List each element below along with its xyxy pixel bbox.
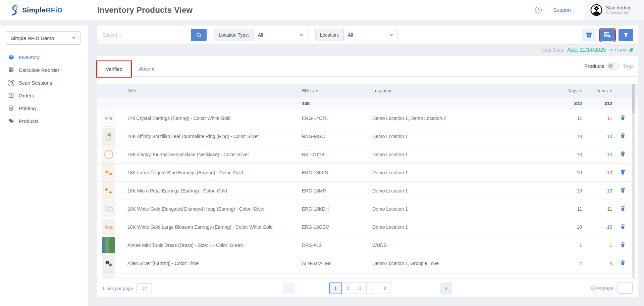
cell-sku: ALN-SLV-LME [302,261,372,266]
table-row[interactable]: Alien Silver (Earring) - Color: Lime ALN… [97,254,638,272]
scrollbar-thumb[interactable] [632,84,635,113]
table-row[interactable]: 14k Crystal Earrings (Earring) - Color: … [97,109,638,127]
tab-verified[interactable]: Verified [97,61,131,77]
delete-row-button[interactable] [620,259,626,267]
cell-items: 11 [582,206,612,212]
cell-tags: 11 [552,206,582,212]
search-input[interactable] [98,29,191,41]
user-name: Stan Andrus [606,5,631,10]
sidebar-item-label: Orders [19,93,34,98]
sidebar-item-orders[interactable]: $ Orders [0,89,88,102]
cell-locations: WUDS [372,243,552,248]
delete-row-button[interactable] [620,241,626,249]
product-thumbnail [102,146,115,163]
delete-row-button[interactable] [620,169,626,176]
table-scrollbar[interactable] [632,84,635,278]
cell-tags: 11 [552,116,582,121]
top-header: SimpleRFiD Inventory Products View ? Sup… [0,0,644,20]
location-type-value: All [258,32,263,38]
inventory-card: Verified Absent Products Tags Title SKUs… [97,56,638,297]
table-summary-row: 108 312 312 [97,98,638,109]
column-header-items[interactable]: Items [582,88,612,93]
table-row[interactable]: Aimee Mini Tunic Dress (Dress) - Size: L… [97,236,638,254]
location-value: All [348,32,353,38]
lines-per-page-input[interactable] [137,283,152,293]
delete-row-button[interactable] [620,187,626,194]
cell-items: 10 [582,134,612,139]
column-header-skus[interactable]: SKUs [302,88,372,93]
cell-locations: Demo Location 1 [372,206,552,212]
archive-button[interactable] [582,29,596,41]
table-row-partial [97,272,638,278]
table-row[interactable]: 18K Affinity Brazilian Teal Tourmaline R… [97,127,638,145]
table-row[interactable]: 18K White Gold Elongated Diamond Hoop (E… [97,200,638,218]
page-button-3[interactable]: 3 [354,282,367,294]
sidebar-item-calculate-reorder[interactable]: Calculate Reorder [0,63,88,76]
support-link[interactable]: Support [553,7,571,13]
search-icon [196,32,202,38]
search-button[interactable] [191,29,207,41]
go-to-page-input[interactable] [617,282,633,294]
cell-title: 18K Affinity Brazilian Teal Tourmaline R… [127,134,302,139]
cell-sku: ERG-14CTL [302,116,372,121]
organization-selector[interactable]: Simple RFID Demo [6,31,80,45]
cell-tags: 10 [552,188,582,193]
product-thumbnail [102,219,115,235]
sidebar-item-scan-sessions[interactable]: Scan Sessions [0,76,88,89]
table-row[interactable]: 18K Micro Petal Earrings (Earring) - Col… [97,182,638,200]
user-avatar-icon [590,4,602,16]
export-excel-button[interactable]: x [600,29,615,41]
toggle-label-products: Products [584,63,604,69]
tab-absent[interactable]: Absent [131,61,163,76]
go-to-page-label: Go to page [591,286,613,291]
cell-locations: Demo Location 1 [372,134,552,139]
next-page-button[interactable]: › [440,282,452,294]
tab-row: Verified Absent Products Tags [97,56,638,77]
organization-selector-value: Simple RFID Demo [11,35,54,41]
filter-button[interactable] [619,29,633,41]
sidebar-item-products[interactable]: Products [0,115,88,127]
user-menu[interactable]: Stan Andrus Administrator [584,0,644,20]
excel-export-icon: x [604,32,611,38]
location-type-filter[interactable]: Location Type: All [214,29,308,41]
cell-tags: 10 [552,224,582,230]
cell-sku: ERG-18MP [302,188,372,193]
summary-items: 312 [582,101,612,106]
help-icon[interactable]: ? [535,7,542,13]
page-button-1[interactable]: 1 [329,282,342,294]
location-filter[interactable]: Location: All [315,29,398,41]
summary-tags: 312 [552,101,582,106]
table-row[interactable]: 18K Candy Tourmaline Necklace (Necklace)… [97,145,638,164]
sidebar-item-printing[interactable]: Printing [0,102,88,115]
cell-items: 10 [582,170,612,175]
funnel-icon [623,33,629,38]
last-scan-value: Add, 11/14/2025 [567,47,606,53]
table-row[interactable]: 18K White Gold Large Blossom Earrings (E… [97,218,638,236]
sidebar-item-inventory[interactable]: Inventory [0,51,88,63]
cell-items: 10 [582,152,612,157]
table-body: 14k Crystal Earrings (Earring) - Color: … [97,109,638,278]
svg-text:$: $ [10,94,12,97]
column-header-tags[interactable]: Tags [552,88,582,93]
cell-locations: Demo Location 1 [372,224,552,230]
products-tags-switch[interactable] [607,62,620,70]
trash-icon [621,224,625,229]
cell-locations: Demo Location 1, Groupie Love [372,261,552,266]
table-row[interactable]: 18K Large Filigree Stud Earrings (Earrin… [97,164,638,182]
controls-bar: Location Type: All Location: All x [97,26,638,44]
cell-title: 18K White Gold Large Blossom Earrings (E… [127,224,302,230]
product-thumbnail [102,201,115,217]
column-header-title[interactable]: Title [127,88,302,93]
orders-receipt-icon: $ [8,92,14,98]
user-role: Administrator [606,10,631,15]
page-button-2[interactable]: 2 [342,282,354,294]
column-header-locations[interactable]: Locations [372,88,552,93]
previous-page-button[interactable]: ‹ [283,282,295,294]
delete-row-button[interactable] [620,114,626,122]
delete-row-button[interactable] [620,205,626,213]
delete-row-button[interactable] [620,132,626,140]
page-button-8[interactable]: 8 [379,282,391,294]
delete-row-button[interactable] [620,223,626,231]
delete-row-button[interactable] [620,150,626,158]
app-logo[interactable]: SimpleRFiD [0,4,88,16]
